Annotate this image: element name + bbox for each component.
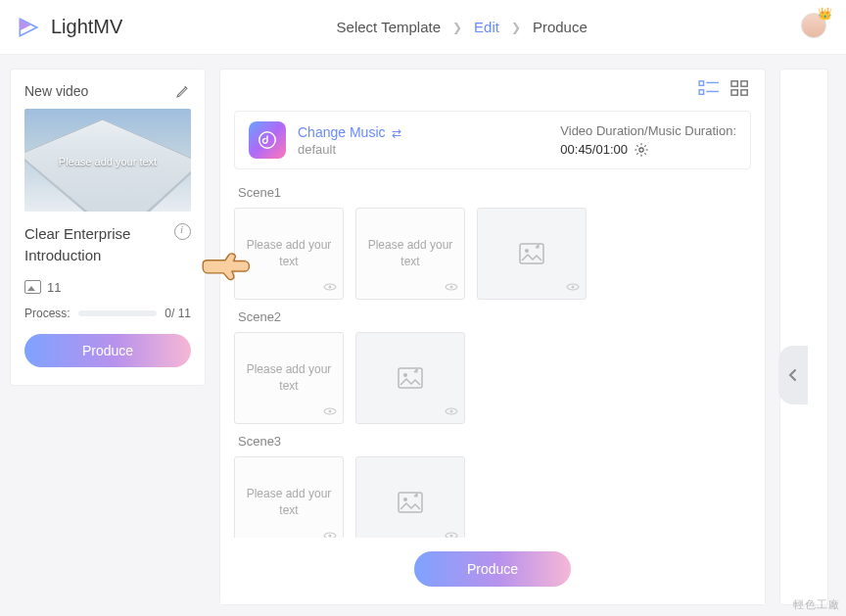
process-value: 0/ 11 xyxy=(164,307,191,320)
collapse-handle[interactable] xyxy=(778,346,808,404)
logo-text: LightMV xyxy=(51,16,122,38)
svg-point-12 xyxy=(329,286,332,289)
sidebar-title: New video xyxy=(24,83,88,99)
logo-icon xyxy=(16,15,41,40)
top-bar: LightMV Select Template ❯ Edit ❯ Produce… xyxy=(0,0,846,55)
chevron-left-icon xyxy=(787,368,799,382)
svg-rect-4 xyxy=(699,90,704,95)
svg-rect-5 xyxy=(706,91,719,92)
svg-point-17 xyxy=(329,410,332,413)
scene-label: Scene1 xyxy=(238,185,751,200)
process-label: Process: xyxy=(24,307,70,320)
progress-bar xyxy=(78,310,158,316)
image-tile[interactable] xyxy=(477,208,587,300)
svg-rect-6 xyxy=(731,81,737,86)
svg-rect-7 xyxy=(741,81,747,86)
pointing-hand-cursor xyxy=(198,247,253,284)
svg-rect-2 xyxy=(699,81,704,86)
watermark: 輕色工廠 xyxy=(793,597,840,612)
svg-point-16 xyxy=(572,286,575,289)
breadcrumb-step-edit[interactable]: Edit xyxy=(474,19,499,35)
svg-point-13 xyxy=(450,286,453,289)
template-thumbnail[interactable]: Please add your text xyxy=(24,109,191,212)
eye-icon[interactable] xyxy=(566,281,580,295)
tile-placeholder-text: Please add your text xyxy=(356,237,464,270)
svg-point-21 xyxy=(329,535,332,538)
text-tile[interactable]: Please add your text xyxy=(355,208,465,300)
scene-label: Scene2 xyxy=(238,309,751,324)
duration-label: Video Duration/Music Duration: xyxy=(560,123,736,138)
duration-value: 00:45/01:00 xyxy=(560,142,628,157)
eye-icon[interactable] xyxy=(445,281,458,295)
svg-rect-18 xyxy=(399,368,422,388)
image-count: 11 xyxy=(47,280,61,295)
image-placeholder-icon xyxy=(519,243,544,264)
eye-icon[interactable] xyxy=(323,405,337,419)
music-icon[interactable] xyxy=(249,121,286,159)
thumbnail-overlay-text: Please add your text xyxy=(24,156,191,167)
image-placeholder-icon xyxy=(398,367,423,389)
svg-marker-1 xyxy=(20,19,30,30)
svg-rect-14 xyxy=(520,244,543,263)
image-placeholder-icon xyxy=(398,492,423,513)
svg-point-23 xyxy=(403,498,407,501)
sidebar: New video Please add your text Clear Ent… xyxy=(10,69,206,386)
eye-icon[interactable] xyxy=(323,281,337,295)
music-name: default xyxy=(298,142,401,157)
gear-icon[interactable] xyxy=(634,142,649,158)
scene-label: Scene3 xyxy=(238,434,751,449)
right-panel-collapsed xyxy=(779,69,828,605)
produce-button-main[interactable]: Produce xyxy=(414,551,571,587)
eye-icon[interactable] xyxy=(445,530,458,538)
breadcrumb-step-produce[interactable]: Produce xyxy=(533,19,588,35)
template-name: Clear Enterprise Introduction xyxy=(24,223,168,266)
svg-rect-8 xyxy=(731,90,737,95)
list-view-icon[interactable] xyxy=(698,79,720,97)
chevron-right-icon: ❯ xyxy=(511,21,521,34)
tile-placeholder-text: Please add your text xyxy=(235,361,343,395)
image-tile[interactable] xyxy=(355,332,465,424)
image-tile[interactable] xyxy=(355,456,465,538)
svg-point-15 xyxy=(525,249,529,253)
svg-point-11 xyxy=(639,147,643,151)
breadcrumb-step-select[interactable]: Select Template xyxy=(337,19,441,35)
editor-panel: Change Music⇄ default Video Duration/Mus… xyxy=(219,69,766,605)
breadcrumb: Select Template ❯ Edit ❯ Produce xyxy=(122,19,801,35)
pencil-icon[interactable] xyxy=(175,83,191,99)
scene-row: Please add your textPlease add your text xyxy=(234,208,751,300)
text-tile[interactable]: Please add your text xyxy=(234,456,344,538)
user-avatar[interactable]: 👑 xyxy=(801,13,830,42)
svg-point-19 xyxy=(403,373,407,377)
swap-icon: ⇄ xyxy=(392,126,401,140)
svg-point-20 xyxy=(450,410,453,413)
scene-row: Please add your text xyxy=(234,332,751,424)
text-tile[interactable]: Please add your text xyxy=(234,332,344,424)
grid-view-icon[interactable] xyxy=(729,79,751,97)
eye-icon[interactable] xyxy=(323,530,337,538)
image-count-icon xyxy=(24,280,41,294)
scene-row: Please add your text xyxy=(234,456,751,538)
music-bar: Change Music⇄ default Video Duration/Mus… xyxy=(234,111,751,169)
info-icon[interactable] xyxy=(174,223,191,240)
produce-button-sidebar[interactable]: Produce xyxy=(24,334,191,367)
svg-point-24 xyxy=(450,535,453,538)
svg-rect-9 xyxy=(741,90,747,95)
scenes-container: Scene1Please add your textPlease add you… xyxy=(220,169,765,538)
logo[interactable]: LightMV xyxy=(16,15,122,40)
crown-icon: 👑 xyxy=(818,7,832,21)
svg-rect-3 xyxy=(706,82,719,83)
tile-placeholder-text: Please add your text xyxy=(235,486,343,519)
change-music-link[interactable]: Change Music xyxy=(298,124,386,140)
svg-rect-22 xyxy=(399,493,422,512)
chevron-right-icon: ❯ xyxy=(452,21,462,34)
editor-footer: Produce xyxy=(220,538,765,604)
eye-icon[interactable] xyxy=(445,405,458,419)
